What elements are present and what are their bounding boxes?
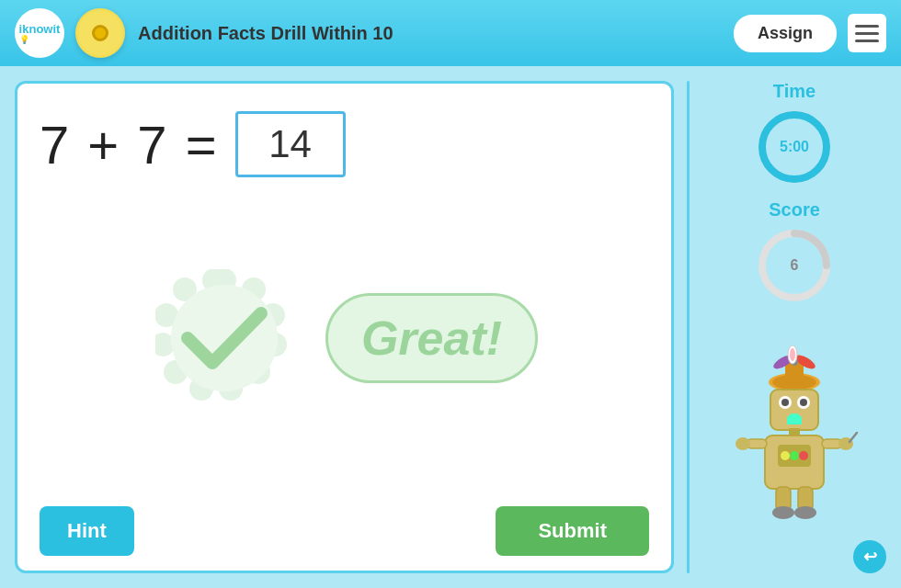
equation-text: 7 + 7 = (40, 114, 219, 175)
svg-point-46 (794, 506, 816, 519)
bottom-bar: Hint Submit (40, 499, 649, 556)
svg-rect-31 (787, 419, 802, 424)
time-circle: 5:00 (753, 106, 836, 188)
feedback-area: Great! (40, 177, 649, 499)
menu-button[interactable] (848, 14, 886, 52)
submit-button[interactable]: Submit (496, 506, 649, 556)
svg-point-37 (799, 451, 808, 460)
svg-point-28 (781, 399, 789, 406)
score-label: Score (769, 199, 820, 220)
badge-svg (155, 269, 293, 407)
lesson-title: Addition Facts Drill Within 10 (138, 23, 734, 44)
svg-point-29 (800, 399, 807, 406)
left-panel: 7 + 7 = 14 (15, 81, 674, 573)
panel-divider (687, 81, 690, 573)
score-circle: 6 (753, 224, 836, 307)
back-icon: ↩ (863, 547, 877, 567)
score-section: Score 6 (753, 199, 836, 307)
svg-point-45 (772, 506, 794, 519)
feedback-bubble: Great! (325, 293, 538, 383)
score-value: 6 (791, 257, 799, 274)
main-content: 7 + 7 = 14 (0, 66, 901, 588)
logo-bulb: 💡 (19, 35, 61, 44)
logo: iknowit 💡 (15, 8, 64, 58)
time-label: Time (773, 81, 815, 102)
time-section: Time 5:00 (753, 81, 836, 188)
back-button[interactable]: ↩ (853, 540, 886, 573)
svg-point-24 (790, 348, 795, 361)
lesson-icon-inner (92, 25, 108, 41)
equation: 7 + 7 = 14 (40, 111, 649, 177)
logo-text: iknowit (19, 23, 61, 35)
svg-point-36 (790, 451, 799, 460)
robot-svg (730, 336, 859, 529)
menu-line-3 (855, 40, 879, 42)
lesson-icon (75, 8, 125, 58)
right-panel: Time 5:00 Score 6 (702, 81, 886, 573)
svg-point-39 (736, 437, 750, 450)
menu-line-2 (855, 32, 879, 35)
header: iknowit 💡 Addition Facts Drill Within 10… (0, 0, 901, 66)
svg-point-35 (781, 451, 790, 460)
correct-badge (151, 265, 298, 412)
feedback-text: Great! (361, 311, 502, 366)
hint-button[interactable]: Hint (40, 506, 134, 556)
answer-box[interactable]: 14 (235, 111, 346, 177)
assign-button[interactable]: Assign (734, 15, 837, 52)
menu-line-1 (855, 25, 879, 28)
robot-character (702, 318, 886, 529)
time-value: 5:00 (780, 139, 809, 155)
svg-line-42 (850, 433, 857, 442)
back-btn-area: ↩ (702, 540, 886, 573)
